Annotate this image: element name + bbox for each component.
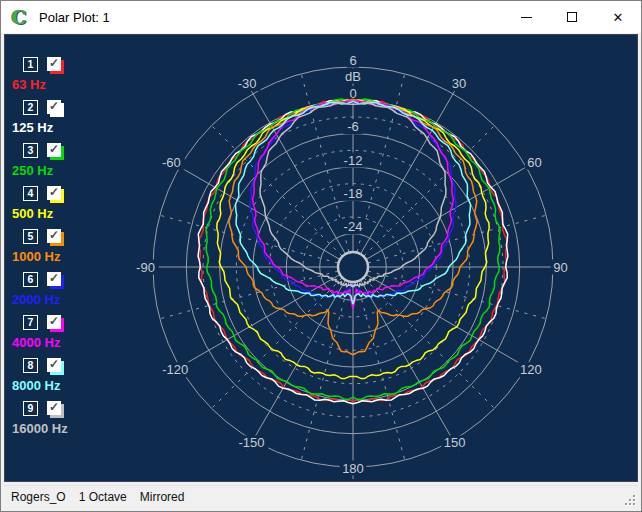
window-controls: ✕ <box>503 1 641 33</box>
close-icon: ✕ <box>613 10 624 25</box>
status-file-name: Rogers_O <box>11 490 66 504</box>
curve-frequency-label: 125 Hz <box>12 120 53 135</box>
curve-checkbox-8[interactable]: ✓ <box>47 358 61 372</box>
minimize-button[interactable] <box>503 1 549 33</box>
curve-frequency-label: 4000 Hz <box>12 335 60 350</box>
curve-legend-sidebar: 1✓63 Hz2✓125 Hz3✓250 Hz4✓500 Hz5✓1000 Hz… <box>5 35 95 481</box>
curve-checkbox-3[interactable]: ✓ <box>47 143 61 157</box>
curve-frequency-label: 16000 Hz <box>12 421 68 436</box>
angle-tick-label: -60 <box>162 155 181 170</box>
db-tick-label: -12 <box>344 153 363 168</box>
curve-frequency-label: 250 Hz <box>12 163 53 178</box>
polar-plot-svg: 60-6-12-18-24dB-30-60-90-120-15030609012… <box>5 35 639 483</box>
app-logo-icon: C <box>9 7 29 27</box>
angle-tick-label: 90 <box>553 260 567 275</box>
curve-toggle-row: 4✓ <box>5 186 95 204</box>
polar-plot-window: C Polar Plot: 1 ✕ 60-6-12-18-24dB-30-60-… <box>0 0 642 512</box>
db-axis-unit-label: dB <box>345 69 361 84</box>
close-button[interactable]: ✕ <box>595 1 641 33</box>
resize-grip[interactable] <box>622 492 635 505</box>
curve-toggle-row: 2✓ <box>5 100 95 118</box>
curve-checkbox-7[interactable]: ✓ <box>47 315 61 329</box>
curve-number-badge-6[interactable]: 6 <box>23 272 38 287</box>
curve-checkbox-1[interactable]: ✓ <box>47 57 61 71</box>
curve-toggle-row: 7✓ <box>5 315 95 333</box>
curve-frequency-label: 63 Hz <box>12 77 46 92</box>
curve-toggle-row: 9✓ <box>5 401 95 419</box>
db-tick-label: 6 <box>349 53 356 68</box>
window-title: Polar Plot: 1 <box>39 10 110 25</box>
status-smoothing: 1 Octave <box>79 490 127 504</box>
angle-tick-label: -150 <box>238 435 264 450</box>
curve-frequency-label: 8000 Hz <box>12 378 60 393</box>
curve-number-badge-4[interactable]: 4 <box>23 186 38 201</box>
curve-frequency-label: 2000 Hz <box>12 292 60 307</box>
curve-frequency-label: 500 Hz <box>12 206 53 221</box>
curve-toggle-row: 8✓ <box>5 358 95 376</box>
db-tick-label: -6 <box>347 119 359 134</box>
curve-number-badge-7[interactable]: 7 <box>23 315 38 330</box>
db-tick-label: 0 <box>349 86 356 101</box>
curve-number-badge-9[interactable]: 9 <box>23 401 38 416</box>
curve-checkbox-2[interactable]: ✓ <box>47 100 61 114</box>
angle-tick-label: -30 <box>238 76 257 91</box>
statusbar: Rogers_O 1 Octave Mirrored <box>4 485 638 508</box>
polar-center-disc <box>338 252 368 282</box>
angle-tick-label: 60 <box>527 155 541 170</box>
maximize-button[interactable] <box>549 1 595 33</box>
curve-checkbox-4[interactable]: ✓ <box>47 186 61 200</box>
curve-number-badge-8[interactable]: 8 <box>23 358 38 373</box>
plot-client-area: 60-6-12-18-24dB-30-60-90-120-15030609012… <box>4 34 638 482</box>
angle-tick-label: -90 <box>136 260 155 275</box>
titlebar[interactable]: C Polar Plot: 1 ✕ <box>1 1 641 33</box>
curve-checkbox-9[interactable]: ✓ <box>47 401 61 415</box>
curve-toggle-row: 5✓ <box>5 229 95 247</box>
curve-toggle-row: 6✓ <box>5 272 95 290</box>
curve-number-badge-5[interactable]: 5 <box>23 229 38 244</box>
curve-checkbox-5[interactable]: ✓ <box>47 229 61 243</box>
maximize-icon <box>567 12 577 22</box>
angle-tick-label: 30 <box>452 76 466 91</box>
curve-frequency-label: 1000 Hz <box>12 249 60 264</box>
curve-number-badge-3[interactable]: 3 <box>23 143 38 158</box>
db-tick-label: -18 <box>344 186 363 201</box>
angle-tick-label: 120 <box>520 362 542 377</box>
angle-tick-label: 150 <box>444 435 466 450</box>
curve-toggle-row: 3✓ <box>5 143 95 161</box>
angle-tick-label: -120 <box>162 362 188 377</box>
db-tick-label: -24 <box>344 219 363 234</box>
angle-tick-label: 180 <box>342 461 364 476</box>
curve-number-badge-1[interactable]: 1 <box>23 57 38 72</box>
curve-toggle-row: 1✓ <box>5 57 95 75</box>
minimize-icon <box>521 17 532 18</box>
status-mirror-mode: Mirrored <box>140 490 185 504</box>
curve-number-badge-2[interactable]: 2 <box>23 100 38 115</box>
curve-checkbox-6[interactable]: ✓ <box>47 272 61 286</box>
